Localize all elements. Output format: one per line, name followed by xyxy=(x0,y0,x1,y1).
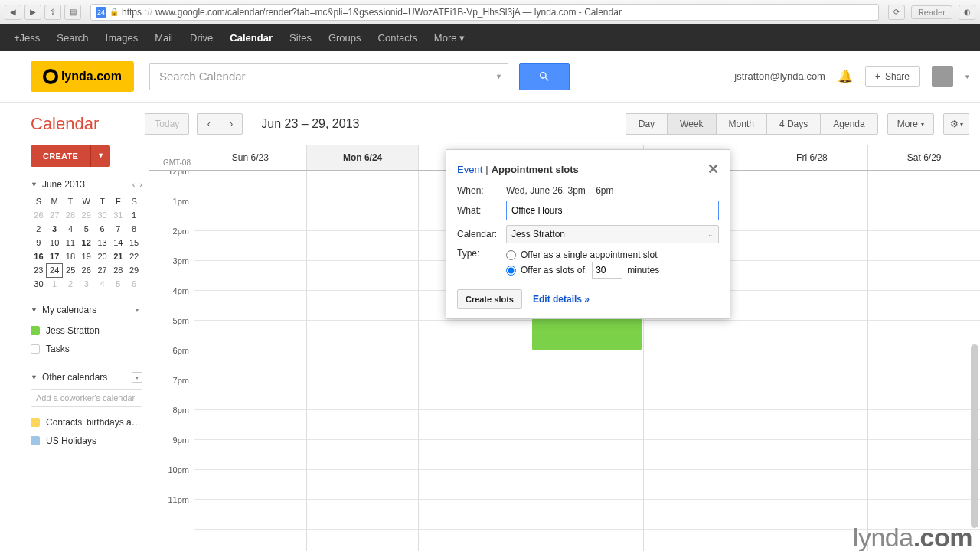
nav-contacts[interactable]: Contacts xyxy=(378,32,417,44)
time-slot[interactable] xyxy=(756,410,868,440)
share-os-button[interactable]: ⇪ xyxy=(44,5,61,20)
time-slot[interactable] xyxy=(868,410,980,440)
time-slot[interactable] xyxy=(868,171,980,201)
time-slot[interactable] xyxy=(868,380,980,410)
minical-day[interactable]: 3 xyxy=(78,277,94,291)
day-header[interactable]: Mon 6/24 xyxy=(306,145,419,170)
settings-button[interactable]: ⚙▾ xyxy=(943,113,969,135)
account-dropdown-icon[interactable]: ▾ xyxy=(965,73,969,80)
time-slot[interactable] xyxy=(194,500,306,530)
day-column[interactable] xyxy=(867,171,980,551)
calendar-item[interactable]: Tasks xyxy=(31,340,142,358)
minical-day[interactable]: 4 xyxy=(63,222,79,236)
minical-day[interactable]: 26 xyxy=(78,263,94,277)
time-slot[interactable] xyxy=(756,231,868,261)
time-slot[interactable] xyxy=(307,201,419,231)
minical-prev[interactable]: ‹ xyxy=(132,180,136,189)
time-slot[interactable] xyxy=(194,171,306,201)
calendar-item[interactable]: Jess Stratton xyxy=(31,321,142,340)
minical-day[interactable]: 1 xyxy=(126,208,142,222)
time-slot[interactable] xyxy=(307,380,419,410)
time-slot[interactable] xyxy=(644,380,756,410)
what-input[interactable] xyxy=(506,201,719,220)
time-slot[interactable] xyxy=(756,380,868,410)
minical-day[interactable]: 2 xyxy=(63,277,79,291)
edit-details-link[interactable]: Edit details » xyxy=(533,294,590,305)
avatar[interactable] xyxy=(932,66,953,87)
minical-day[interactable]: 29 xyxy=(78,208,94,222)
time-slot[interactable] xyxy=(194,350,306,380)
time-slot[interactable] xyxy=(194,261,306,291)
nav-groups[interactable]: Groups xyxy=(328,32,361,44)
time-slot[interactable] xyxy=(868,201,980,231)
time-slot[interactable] xyxy=(307,321,419,350)
time-slot[interactable] xyxy=(644,440,756,470)
nav-calendar[interactable]: Calendar xyxy=(230,32,273,44)
minical-day[interactable]: 18 xyxy=(63,249,79,263)
time-slot[interactable] xyxy=(307,350,419,380)
minical-day[interactable]: 3 xyxy=(47,222,63,236)
minical-day[interactable]: 20 xyxy=(94,249,110,263)
minical-day[interactable]: 25 xyxy=(63,263,79,277)
close-button[interactable]: ✕ xyxy=(707,161,719,178)
time-slot[interactable] xyxy=(194,380,306,410)
extensions-button[interactable]: ◐ xyxy=(959,5,975,20)
minical-day[interactable]: 27 xyxy=(47,208,63,222)
other-calendars-menu[interactable]: ▾ xyxy=(132,372,142,383)
minical-day[interactable]: 6 xyxy=(94,222,110,236)
calendar-item[interactable]: Contacts' birthdays a… xyxy=(31,413,142,432)
view-agenda[interactable]: Agenda xyxy=(820,113,877,135)
minical-day[interactable]: 10 xyxy=(47,236,63,249)
time-slot[interactable] xyxy=(644,500,756,530)
minical-day[interactable]: 9 xyxy=(31,236,47,249)
minical-day[interactable]: 22 xyxy=(126,249,142,263)
minical-day[interactable]: 31 xyxy=(110,208,126,222)
minical-day[interactable]: 12 xyxy=(78,236,94,249)
day-header[interactable]: Sat 6/29 xyxy=(867,145,980,170)
time-slot[interactable] xyxy=(756,321,868,350)
day-header[interactable]: Fri 6/28 xyxy=(756,145,868,170)
prev-week-button[interactable]: ‹ xyxy=(197,113,220,135)
time-slot[interactable] xyxy=(307,440,419,470)
minical-day[interactable]: 15 xyxy=(126,236,142,249)
time-slot[interactable] xyxy=(868,291,980,321)
view-day[interactable]: Day xyxy=(626,113,667,135)
time-slot[interactable] xyxy=(644,470,756,500)
time-slot[interactable] xyxy=(307,291,419,321)
time-slot[interactable] xyxy=(756,350,868,380)
search-options-dropdown[interactable]: ▼ xyxy=(490,63,508,90)
time-slot[interactable] xyxy=(419,500,531,530)
nav-sites[interactable]: Sites xyxy=(289,32,312,44)
time-slot[interactable] xyxy=(756,201,868,231)
day-column[interactable] xyxy=(756,171,868,551)
time-slot[interactable] xyxy=(531,500,643,530)
search-input[interactable]: Search Calendar xyxy=(149,63,490,90)
time-slot[interactable] xyxy=(307,261,419,291)
time-slot[interactable] xyxy=(756,261,868,291)
time-slot[interactable] xyxy=(307,231,419,261)
time-slot[interactable] xyxy=(644,410,756,440)
minical-day[interactable]: 19 xyxy=(78,249,94,263)
time-slot[interactable] xyxy=(419,470,531,500)
minical-day[interactable]: 5 xyxy=(110,277,126,291)
view-week[interactable]: Week xyxy=(667,113,715,135)
back-button[interactable]: ◀ xyxy=(5,5,21,20)
more-button[interactable]: More▾ xyxy=(887,113,934,135)
address-bar[interactable]: 24 🔒 https :// www.google.com/calendar/r… xyxy=(90,4,879,21)
create-slots-button[interactable]: Create slots xyxy=(457,289,522,309)
minical-day[interactable]: 7 xyxy=(110,222,126,236)
minical-day[interactable]: 6 xyxy=(126,277,142,291)
time-slot[interactable] xyxy=(194,291,306,321)
time-slot[interactable] xyxy=(756,440,868,470)
minical-day[interactable]: 29 xyxy=(126,263,142,277)
nav-more[interactable]: More ▾ xyxy=(434,32,465,44)
time-slot[interactable] xyxy=(868,231,980,261)
time-slot[interactable] xyxy=(868,350,980,380)
minical-day[interactable]: 8 xyxy=(126,222,142,236)
day-column[interactable] xyxy=(306,171,419,551)
time-slot[interactable] xyxy=(194,321,306,350)
time-slot[interactable] xyxy=(756,470,868,500)
nav-search[interactable]: Search xyxy=(57,32,88,44)
time-slot[interactable] xyxy=(868,321,980,350)
my-calendars-menu[interactable]: ▾ xyxy=(132,305,142,315)
